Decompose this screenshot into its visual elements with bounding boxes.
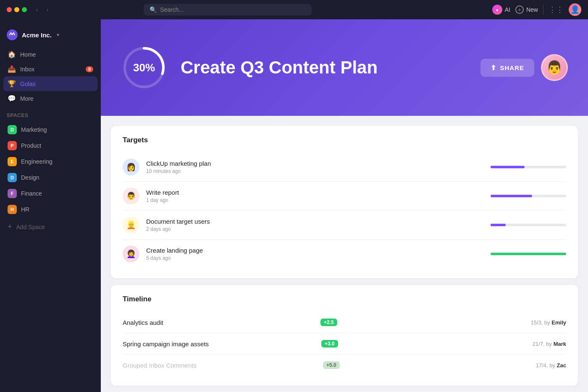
inbox-badge: 9 [86, 66, 93, 72]
sidebar-nav: 🏠 Home 📥 Inbox 9 🏆 Golas 💬 More [0, 47, 101, 106]
timeline-name-3: Grouped Inbox Comments [123, 362, 319, 369]
space-item-engineering[interactable]: E Engineering [3, 154, 97, 170]
progress-percentage: 30% [133, 61, 155, 74]
new-button[interactable]: + New [515, 5, 538, 14]
space-item-finance[interactable]: F Finance [3, 186, 97, 201]
sidebar-item-label: Inbox [20, 66, 34, 73]
more-icon: 💬 [8, 94, 16, 102]
space-badge-product: P [8, 141, 17, 150]
timeline-item-2[interactable]: Spring campaign image assets +3.0 21/7, … [123, 333, 566, 355]
add-space-button[interactable]: + Add Space [0, 219, 101, 235]
target-info-4: Create landing page 5 days ago [146, 247, 484, 261]
target-avatar-1: 👩 [123, 159, 139, 175]
space-badge-marketing: D [8, 125, 17, 134]
inbox-icon: 📥 [8, 65, 16, 73]
timeline-item-3[interactable]: Grouped Inbox Comments +5.0 17/4, by Zac [123, 355, 566, 376]
timeline-name-1: Analytics audit [123, 319, 316, 326]
nav-arrows: ‹ › [34, 5, 51, 14]
timeline-name-2: Spring campaign image assets [123, 340, 317, 348]
add-space-label: Add Space [16, 224, 45, 230]
share-label: SHARE [500, 64, 524, 71]
search-icon: 🔍 [150, 6, 157, 13]
space-label: Product [21, 142, 41, 149]
target-name-4: Create landing page [146, 247, 484, 254]
target-info-2: Write report 1 day ago [146, 189, 484, 203]
space-item-product[interactable]: P Product [3, 138, 97, 154]
target-progress-3 [491, 224, 566, 226]
target-item-3[interactable]: 👱 Document target users 2 days ago [123, 211, 566, 240]
space-label: Finance [21, 190, 42, 197]
hero-avatar[interactable]: 👨 [541, 54, 568, 81]
target-avatar-2: 👨 [123, 188, 139, 204]
timeline-badge-1: +2.5 [320, 319, 337, 326]
target-progress-fill-4 [491, 253, 566, 255]
sidebar-item-inbox[interactable]: 📥 Inbox 9 [3, 62, 97, 76]
minimize-dot[interactable] [14, 7, 19, 12]
target-time-1: 10 minutes ago [146, 168, 484, 174]
target-item-4[interactable]: 👩‍🦱 Create landing page 5 days ago [123, 240, 566, 268]
timeline-badge-2: +3.0 [321, 340, 338, 348]
targets-card: Targets 👩 ClickUp marketing plan 10 minu… [111, 126, 578, 278]
sidebar-item-goals[interactable]: 🏆 Golas [3, 76, 97, 91]
timeline-author-3: Zac [557, 362, 566, 368]
target-name-1: ClickUp marketing plan [146, 160, 484, 167]
target-progress-2 [491, 195, 566, 197]
space-label: Marketing [21, 126, 47, 133]
hero-title: Create Q3 Content Plan [181, 57, 467, 78]
search-bar[interactable]: 🔍 Search... [144, 4, 312, 16]
space-badge-design: D [8, 173, 17, 182]
target-time-3: 2 days ago [146, 226, 484, 232]
ai-button[interactable]: ● AI [492, 5, 510, 15]
ai-icon: ● [492, 5, 502, 15]
maximize-dot[interactable] [22, 7, 27, 12]
back-arrow[interactable]: ‹ [34, 5, 41, 14]
space-label: Design [21, 174, 39, 181]
topbar: ‹ › 🔍 Search... ● AI + New ⋮⋮ 👤 [0, 0, 588, 19]
timeline-item-1[interactable]: Analytics audit +2.5 15/3, by Emily [123, 312, 566, 333]
sidebar: Acme Inc. ▾ 🏠 Home 📥 Inbox 9 🏆 Golas 💬 M… [0, 19, 101, 392]
share-icon: ⬆ [491, 64, 496, 72]
target-time-2: 1 day ago [146, 197, 484, 203]
topbar-right: ● AI + New ⋮⋮ 👤 [492, 3, 581, 16]
user-avatar[interactable]: 👤 [569, 3, 581, 16]
space-label: Engineering [21, 158, 52, 165]
close-dot[interactable] [7, 7, 12, 12]
timeline-title: Timeline [123, 295, 566, 303]
home-icon: 🏠 [8, 50, 16, 58]
space-item-design[interactable]: D Design [3, 170, 97, 186]
sidebar-item-label: Home [20, 51, 36, 58]
target-progress-1 [491, 166, 566, 168]
space-item-hr[interactable]: H HR [3, 201, 97, 217]
sidebar-item-more[interactable]: 💬 More [3, 91, 97, 106]
target-item-1[interactable]: 👩 ClickUp marketing plan 10 minutes ago [123, 153, 566, 182]
grid-icon[interactable]: ⋮⋮ [549, 5, 564, 14]
plus-circle-icon: + [515, 5, 524, 14]
space-badge-finance: F [8, 189, 17, 198]
share-button[interactable]: ⬆ SHARE [480, 59, 534, 77]
timeline-meta-1: 15/3, by Emily [530, 319, 566, 326]
topbar-divider [543, 5, 543, 15]
target-avatar-3: 👱 [123, 217, 139, 233]
target-progress-4 [491, 253, 566, 255]
target-name-2: Write report [146, 189, 484, 196]
space-label: HR [21, 206, 29, 213]
space-item-marketing[interactable]: D Marketing [3, 122, 97, 138]
main-layout: Acme Inc. ▾ 🏠 Home 📥 Inbox 9 🏆 Golas 💬 M… [0, 19, 588, 392]
goals-icon: 🏆 [8, 80, 16, 88]
chevron-down-icon: ▾ [57, 32, 59, 38]
target-progress-fill-3 [491, 224, 506, 226]
ai-label: AI [505, 6, 510, 13]
space-badge-hr: H [8, 205, 17, 214]
target-item-2[interactable]: 👨 Write report 1 day ago [123, 182, 566, 211]
workspace-header[interactable]: Acme Inc. ▾ [0, 26, 101, 47]
timeline-badge-3: +5.0 [323, 361, 340, 369]
timeline-author-1: Emily [551, 319, 566, 326]
forward-arrow[interactable]: › [44, 5, 51, 14]
timeline-meta-2: 21/7, by Mark [533, 341, 566, 347]
hero-banner: 30% Create Q3 Content Plan ⬆ SHARE 👨 [101, 19, 588, 116]
hero-actions: ⬆ SHARE 👨 [480, 54, 568, 81]
target-progress-fill-2 [491, 195, 532, 197]
progress-ring-wrapper: 30% [121, 44, 167, 91]
sidebar-item-home[interactable]: 🏠 Home [3, 47, 97, 62]
timeline-meta-3: 17/4, by Zac [536, 362, 566, 368]
